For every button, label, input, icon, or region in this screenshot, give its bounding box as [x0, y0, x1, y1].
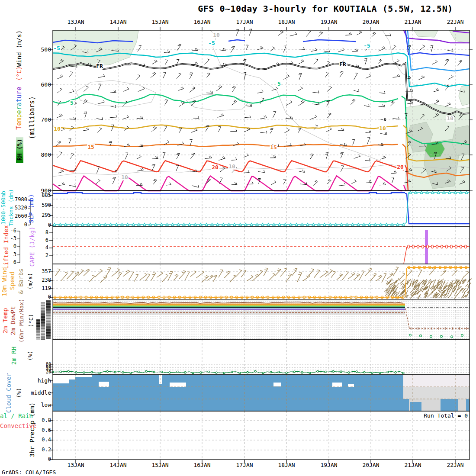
axis-day-label: 16JAN	[187, 19, 217, 25]
axis-day-label: 17JAN	[229, 19, 260, 25]
contour-label: 5	[70, 100, 74, 106]
contour-label: FR	[96, 63, 103, 69]
contour-label: 20	[211, 164, 219, 170]
axis-title: 3hr Precip (mm)	[29, 395, 37, 464]
axis-day-label: 20JAN	[356, 19, 386, 25]
axis-tick: 500	[34, 47, 51, 53]
axis-tick: 20	[40, 370, 51, 375]
axis-day-label: 22JAN	[440, 462, 470, 468]
contour-label: 10	[212, 32, 220, 38]
meteogram-canvas	[0, 0, 476, 476]
axis-tick: 590	[34, 203, 51, 208]
contour-label: 10	[446, 116, 454, 122]
axis-day-label: 21JAN	[398, 19, 428, 25]
precip-legend-label: Convective	[0, 423, 36, 429]
meteogram-page: GFS 0~10day 3-hourly for KOUTIALA (5.5W,…	[0, 0, 476, 476]
axis-day-label: 14JAN	[103, 462, 133, 468]
axis-title: (millibars)	[29, 83, 37, 152]
axis-title: RH (%)	[16, 115, 24, 184]
axis-day-label: 18JAN	[271, 19, 302, 25]
axis-tick: 119	[34, 286, 51, 291]
axis-day-label: 13JAN	[61, 462, 91, 468]
axis-day-label: 19JAN	[314, 462, 344, 468]
axis-day-label: 22JAN	[440, 19, 470, 25]
axis-tick: 885	[34, 193, 51, 198]
axis-day-label: 15JAN	[145, 462, 175, 468]
contour-label: 15	[87, 144, 95, 150]
axis-day-label: 13JAN	[61, 19, 91, 25]
axis-title: (%)	[27, 321, 35, 390]
contour-label: 5	[277, 81, 281, 87]
axis-day-label: 21JAN	[398, 462, 428, 468]
axis-title: (6hr Min/Max)	[19, 286, 26, 355]
axis-tick: 800	[34, 152, 51, 158]
contour-label: 15	[270, 145, 277, 151]
grads-credit: GrADS: COLA/IGES	[2, 469, 56, 476]
contour-label: 10	[228, 164, 236, 170]
run-total-label: Run Total = 0	[383, 412, 468, 419]
axis-day-label: 18JAN	[271, 462, 302, 468]
contour-label: 20	[396, 164, 404, 170]
axis-tick: 0	[34, 294, 51, 300]
axis-day-label: 20JAN	[356, 462, 386, 468]
axis-day-label: 15JAN	[145, 19, 175, 25]
contour-label: -5	[363, 43, 371, 49]
axis-day-label: 17JAN	[229, 462, 260, 468]
axis-day-label: 16JAN	[187, 462, 217, 468]
precip-legend-label: al / Rain	[0, 413, 33, 419]
contour-label: -5	[53, 45, 61, 51]
contour-label: 10	[379, 125, 386, 132]
contour-label: FR	[339, 61, 347, 68]
axis-title: 2m Temp	[2, 286, 10, 355]
contour-label: -5	[208, 40, 215, 46]
axis-day-label: 14JAN	[103, 19, 133, 25]
contour-label: 10	[53, 126, 61, 132]
axis-day-label: 19JAN	[314, 19, 344, 25]
contour-label: 10	[121, 174, 129, 180]
